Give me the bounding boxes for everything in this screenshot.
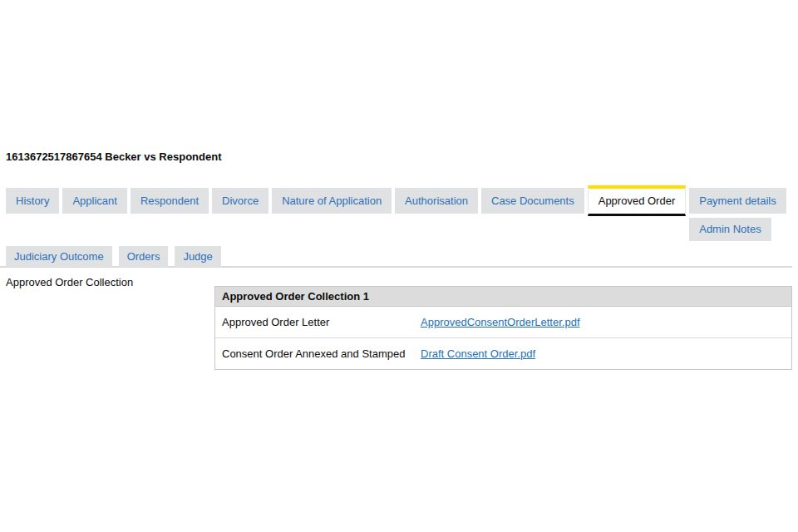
tab-judge[interactable]: Judge bbox=[175, 246, 220, 267]
tab-payment-details[interactable]: Payment details bbox=[689, 188, 786, 214]
approved-order-collection-table: Approved Order Collection 1 Approved Ord… bbox=[214, 286, 792, 370]
right-tab-column: Payment details Admin Notes bbox=[689, 185, 786, 241]
section-label: Approved Order Collection bbox=[6, 276, 133, 288]
row-label-consent-order-annexed: Consent Order Annexed and Stamped bbox=[215, 347, 421, 360]
tab-divorce[interactable]: Divorce bbox=[212, 188, 268, 214]
tab-applicant[interactable]: Applicant bbox=[62, 188, 126, 214]
tab-admin-notes[interactable]: Admin Notes bbox=[689, 218, 771, 241]
table-row: Approved Order Letter ApprovedConsentOrd… bbox=[215, 307, 791, 338]
row-link-cell: Draft Consent Order.pdf bbox=[421, 347, 535, 360]
tab-case-documents[interactable]: Case Documents bbox=[481, 188, 584, 214]
row-label-approved-order-letter: Approved Order Letter bbox=[215, 316, 421, 328]
row-link-cell: ApprovedConsentOrderLetter.pdf bbox=[421, 316, 580, 328]
approved-consent-order-letter-link[interactable]: ApprovedConsentOrderLetter.pdf bbox=[421, 316, 580, 328]
page-title: 1613672517867654 Becker vs Respondent bbox=[6, 150, 221, 163]
tab-respondent[interactable]: Respondent bbox=[131, 188, 209, 214]
tab-approved-order[interactable]: Approved Order bbox=[588, 185, 687, 216]
secondary-tab-bar: Judiciary Outcome Orders Judge bbox=[6, 246, 221, 267]
draft-consent-order-link[interactable]: Draft Consent Order.pdf bbox=[421, 347, 535, 360]
tab-nature-of-application[interactable]: Nature of Application bbox=[272, 188, 392, 214]
table-row: Consent Order Annexed and Stamped Draft … bbox=[215, 338, 791, 369]
tab-orders[interactable]: Orders bbox=[119, 246, 169, 267]
tab-history[interactable]: History bbox=[6, 188, 59, 214]
primary-tab-bar: History Applicant Respondent Divorce Nat… bbox=[6, 185, 786, 241]
tab-judiciary-outcome[interactable]: Judiciary Outcome bbox=[6, 246, 112, 267]
table-header: Approved Order Collection 1 bbox=[215, 287, 791, 307]
tab-authorisation[interactable]: Authorisation bbox=[395, 188, 478, 214]
